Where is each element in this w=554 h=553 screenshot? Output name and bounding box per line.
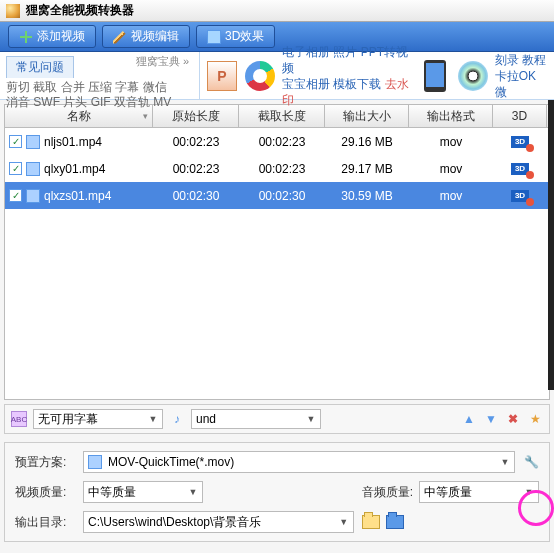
preset-label: 预置方案: — [15, 454, 75, 471]
col-name[interactable]: 名称▾ — [5, 105, 153, 127]
aq-label: 音频质量: — [362, 484, 413, 501]
table-row[interactable]: ✓nljs01.mp4 00:02:2300:02:2329.16 MBmov3… — [5, 128, 549, 155]
settings-panel: 预置方案: MOV-QuickTime(*.mov)▼ 🔧 视频质量: 中等质量… — [4, 442, 550, 542]
chevron-down-icon: ▼ — [524, 487, 534, 497]
audio-quality-dropdown[interactable]: 中等质量▼ — [419, 481, 539, 503]
chevron-down-icon: ▼ — [188, 487, 198, 497]
add-video-button[interactable]: 添加视频 — [8, 25, 96, 48]
l5[interactable]: 模板下载 — [333, 77, 381, 91]
preset-dropdown[interactable]: MOV-QuickTime(*.mov)▼ — [83, 451, 515, 473]
chevron-down-icon: ▼ — [148, 414, 158, 424]
3d-icon[interactable]: 3D — [511, 190, 529, 202]
col-size[interactable]: 输出大小 — [325, 105, 409, 127]
video-icon — [26, 162, 40, 176]
format-icon — [88, 455, 102, 469]
reel-icon — [244, 59, 276, 93]
3d-effect-button[interactable]: 3D效果 — [196, 25, 275, 48]
side-crop — [548, 100, 554, 390]
browse-folder-icon[interactable] — [362, 515, 380, 529]
checkbox-icon[interactable]: ✓ — [9, 135, 22, 148]
delete-icon[interactable]: ✖ — [505, 411, 521, 427]
pencil-icon — [113, 30, 127, 44]
chevron-down-icon: ▼ — [339, 517, 349, 527]
col-fmt[interactable]: 输出格式 — [409, 105, 493, 127]
chevron-down-icon: ▼ — [500, 457, 510, 467]
3d-icon[interactable]: 3D — [511, 163, 529, 175]
r1[interactable]: 刻录 — [495, 53, 519, 67]
main-toolbar: 添加视频 视频编辑 3D效果 — [0, 22, 554, 52]
r4[interactable]: 微 — [495, 85, 507, 99]
titlebar: 狸窝全能视频转换器 — [0, 0, 554, 22]
l2[interactable]: 照片 — [333, 45, 357, 59]
phone-icon — [419, 59, 451, 93]
video-icon — [26, 189, 40, 203]
plus-icon — [19, 30, 33, 44]
settings-icon[interactable]: 🔧 — [523, 454, 539, 470]
faq-hint[interactable]: 狸窝宝典 » — [136, 54, 199, 69]
ppt-icon: P — [206, 59, 238, 93]
faq-block: 常见问题 剪切 截取 合并 压缩 字幕 微信 消音 SWF 片头 GIF 双音轨… — [0, 52, 554, 100]
col-orig[interactable]: 原始长度 — [153, 105, 239, 127]
table-body: ✓nljs01.mp4 00:02:2300:02:2329.16 MBmov3… — [4, 128, 550, 400]
video-quality-dropdown[interactable]: 中等质量▼ — [83, 481, 203, 503]
l1[interactable]: 电子相册 — [282, 45, 330, 59]
app-icon — [6, 4, 20, 18]
faq-tab[interactable]: 常见问题 — [6, 56, 74, 78]
3d-icon[interactable]: 3D — [511, 136, 529, 148]
down-icon[interactable]: ▼ — [483, 411, 499, 427]
vq-label: 视频质量: — [15, 484, 75, 501]
r2[interactable]: 教程 — [522, 53, 546, 67]
chevron-down-icon: ▼ — [306, 414, 316, 424]
col-3d[interactable]: 3D — [493, 105, 547, 127]
up-icon[interactable]: ▲ — [461, 411, 477, 427]
table-row[interactable]: ✓qlxzs01.mp4 00:02:3000:02:3030.59 MBmov… — [5, 182, 549, 209]
open-folder-icon[interactable] — [386, 515, 404, 529]
checkbox-icon[interactable]: ✓ — [9, 162, 22, 175]
edit-video-button[interactable]: 视频编辑 — [102, 25, 190, 48]
app-title: 狸窝全能视频转换器 — [26, 2, 134, 19]
l4[interactable]: 宝宝相册 — [282, 77, 330, 91]
video-icon — [26, 135, 40, 149]
language-dropdown[interactable]: und▼ — [191, 409, 321, 429]
cube-icon — [207, 30, 221, 44]
dvd-icon — [457, 59, 489, 93]
subtitle-icon: ABC — [11, 411, 27, 427]
out-label: 输出目录: — [15, 514, 75, 531]
subtitle-bar: ABC 无可用字幕▼ ♪ und▼ ▲ ▼ ✖ ★ — [4, 404, 550, 434]
r3[interactable]: 卡拉OK — [495, 69, 536, 83]
table-header: 名称▾ 原始长度 截取长度 输出大小 输出格式 3D — [4, 104, 550, 128]
output-path-field[interactable]: C:\Users\wind\Desktop\背景音乐▼ — [83, 511, 354, 533]
sort-icon: ▾ — [143, 111, 148, 121]
subtitle-dropdown[interactable]: 无可用字幕▼ — [33, 409, 163, 429]
col-cut[interactable]: 截取长度 — [239, 105, 325, 127]
checkbox-icon[interactable]: ✓ — [9, 189, 22, 202]
audio-icon: ♪ — [169, 411, 185, 427]
table-row[interactable]: ✓qlxy01.mp4 00:02:2300:02:2329.17 MBmov3… — [5, 155, 549, 182]
star-icon[interactable]: ★ — [527, 411, 543, 427]
